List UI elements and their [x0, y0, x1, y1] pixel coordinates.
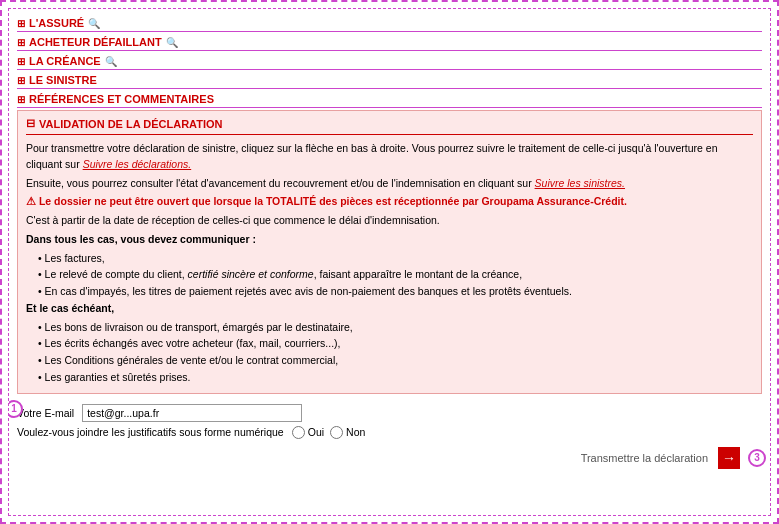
annotation-circle-3: 3: [748, 449, 766, 467]
validation-header[interactable]: ⊟ VALIDATION DE LA DÉCLARATION: [26, 117, 753, 135]
acheteur-label: ACHETEUR DÉFAILLANT: [29, 36, 162, 48]
justificatifs-row: Voulez-vous joindre les justificatifs so…: [17, 426, 762, 439]
references-label: RÉFÉRENCES ET COMMENTAIRES: [29, 93, 214, 105]
para2-text: Ensuite, vous pourrez consulter l'état d…: [26, 177, 535, 189]
expand-icon-creance: ⊞: [17, 56, 25, 67]
email-label: Votre E-mail: [17, 407, 74, 419]
email-row: Votre E-mail: [17, 404, 762, 422]
expand-icon-acheteur: ⊞: [17, 37, 25, 48]
sinistre-label: LE SINISTRE: [29, 74, 97, 86]
acheteur-section[interactable]: ⊞ ACHETEUR DÉFAILLANT 🔍: [17, 34, 762, 51]
radio-oui[interactable]: Oui: [292, 426, 324, 439]
assure-label: L'ASSURÉ: [29, 17, 84, 29]
always-title: Dans tous les cas, vous devez communique…: [26, 232, 753, 248]
creance-label: LA CRÉANCE: [29, 55, 101, 67]
assure-section[interactable]: ⊞ L'ASSURÉ 🔍: [17, 15, 762, 32]
oui-label: Oui: [308, 426, 324, 438]
bottom-form: 1 Votre E-mail Voulez-vous joindre les j…: [17, 400, 762, 473]
validation-title: VALIDATION DE LA DÉCLARATION: [39, 118, 223, 130]
optional-item-2: Les Conditions générales de vente et/ou …: [38, 353, 753, 369]
suivre-declarations-link[interactable]: Suivre les déclarations.: [83, 158, 192, 170]
always-item-2: En cas d'impayés, les titres de paiement…: [38, 284, 753, 300]
justificatifs-container: Voulez-vous joindre les justificatifs so…: [17, 426, 762, 439]
transmit-arrow-icon: →: [722, 450, 736, 466]
non-label: Non: [346, 426, 365, 438]
optional-item-3: Les garanties et sûretés prises.: [38, 370, 753, 386]
sinistre-section[interactable]: ⊞ LE SINISTRE: [17, 72, 762, 89]
search-icon: 🔍: [88, 18, 100, 29]
warning-text: ⚠ Le dossier ne peut être ouvert que lor…: [26, 195, 627, 207]
annotation-circle-1: 1: [8, 400, 23, 418]
optional-list: Les bons de livraison ou de transport, é…: [26, 320, 753, 386]
references-section[interactable]: ⊞ RÉFÉRENCES ET COMMENTAIRES: [17, 91, 762, 108]
transmit-button[interactable]: →: [718, 447, 740, 469]
expand-icon-validation: ⊟: [26, 117, 35, 130]
transmit-row: Transmettre la déclaration → 3: [17, 447, 762, 469]
optional-title: Et le cas échéant,: [26, 301, 753, 317]
always-item-1: Le relevé de compte du client, certifié …: [38, 267, 753, 283]
expand-icon-references: ⊞: [17, 94, 25, 105]
suivre-sinistres-link[interactable]: Suivre les sinistres.: [535, 177, 625, 189]
radio-oui-input[interactable]: [292, 426, 305, 439]
transmit-label: Transmettre la déclaration: [581, 452, 708, 464]
search-icon-creance: 🔍: [105, 56, 117, 67]
optional-item-1: Les écrits échangés avec votre acheteur …: [38, 336, 753, 352]
date-note: C'est à partir de la date de réception d…: [26, 213, 753, 229]
radio-non[interactable]: Non: [330, 426, 365, 439]
expand-icon-sinistre: ⊞: [17, 75, 25, 86]
justificatifs-label: Voulez-vous joindre les justificatifs so…: [17, 426, 284, 438]
radio-group: Oui Non: [292, 426, 366, 439]
radio-non-input[interactable]: [330, 426, 343, 439]
expand-icon: ⊞: [17, 18, 25, 29]
always-item-0: Les factures,: [38, 251, 753, 267]
validation-section: ⊟ VALIDATION DE LA DÉCLARATION Pour tran…: [17, 110, 762, 394]
validation-body: Pour transmettre votre déclaration de si…: [26, 141, 753, 386]
always-list: Les factures, Le relevé de compte du cli…: [26, 251, 753, 300]
email-input[interactable]: [82, 404, 302, 422]
creance-section[interactable]: ⊞ LA CRÉANCE 🔍: [17, 53, 762, 70]
optional-item-0: Les bons de livraison ou de transport, é…: [38, 320, 753, 336]
search-icon-acheteur: 🔍: [166, 37, 178, 48]
